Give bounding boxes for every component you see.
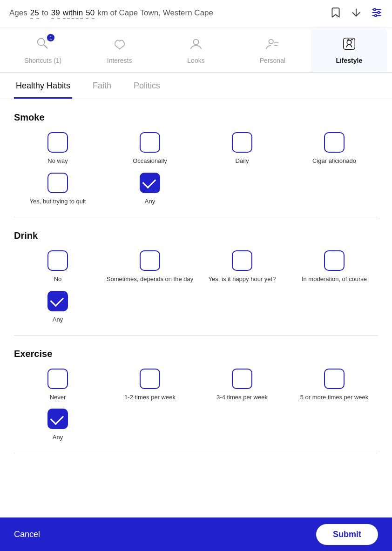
drink-option-moderation[interactable]: In moderation, of course	[291, 250, 378, 283]
smoke-label-no-way: No way	[47, 157, 68, 165]
tab-looks[interactable]: Looks	[158, 27, 234, 72]
lifestyle-icon-wrapper	[341, 36, 357, 53]
svg-point-6	[375, 14, 377, 16]
smoke-label-any: Any	[145, 198, 155, 206]
exercise-checkbox-1-2[interactable]	[140, 369, 160, 389]
content-area: Smoke No way Occasionally Daily Cigar af…	[0, 99, 392, 500]
bottom-bar: Cancel Submit	[0, 517, 392, 551]
smoke-label-cigar: Cigar aficionado	[312, 157, 356, 165]
smoke-label-daily: Daily	[236, 157, 249, 165]
to-label: to	[42, 8, 48, 18]
exercise-label-5-more: 5 or more times per week	[300, 394, 369, 402]
exercise-label-3-4: 3-4 times per week	[216, 394, 268, 402]
lifestyle-tab-label: Lifestyle	[336, 57, 362, 64]
exercise-label-never: Never	[50, 394, 66, 402]
smoke-checkbox-trying-quit[interactable]	[47, 173, 68, 193]
to-value[interactable]: 39	[51, 8, 60, 19]
exercise-checkbox-5-more[interactable]	[324, 369, 345, 389]
drink-checkbox-moderation[interactable]	[324, 250, 345, 271]
smoke-option-no-way[interactable]: No way	[14, 132, 101, 165]
bookmark-icon[interactable]	[330, 7, 342, 20]
smoke-title: Smoke	[14, 112, 378, 123]
interests-tab-label: Interests	[107, 57, 132, 64]
tab-shortcuts[interactable]: 1 Shortcuts (1)	[5, 27, 81, 72]
shortcuts-icon-wrapper: 1	[35, 36, 51, 53]
drink-label-happy-hour: Yes, is it happy hour yet?	[209, 276, 276, 283]
smoke-option-any[interactable]: Any	[106, 173, 194, 206]
smoke-checkbox-no-way[interactable]	[47, 132, 68, 153]
filter-summary: Ages 25 to 39 within 50 km of Cape Town,…	[9, 8, 213, 19]
exercise-label-any: Any	[53, 434, 63, 442]
smoke-checkbox-any[interactable]	[140, 173, 160, 193]
svg-point-5	[378, 12, 379, 13]
shortcuts-badge: 1	[47, 34, 54, 41]
cancel-button[interactable]: Cancel	[14, 530, 40, 539]
sub-tab-politics[interactable]: Politics	[132, 73, 162, 99]
exercise-options: Never 1-2 times per week 3-4 times per w…	[14, 369, 378, 442]
exercise-option-1-2[interactable]: 1-2 times per week	[106, 369, 194, 402]
personal-tab-label: Personal	[260, 57, 285, 64]
exercise-option-any[interactable]: Any	[14, 409, 101, 442]
svg-point-10	[269, 40, 273, 44]
ages-value[interactable]: 25	[30, 8, 39, 19]
svg-line-8	[44, 45, 47, 48]
drink-option-happy-hour[interactable]: Yes, is it happy hour yet?	[198, 250, 286, 283]
shortcuts-tab-label: Shortcuts (1)	[24, 57, 61, 64]
top-bar: Ages 25 to 39 within 50 km of Cape Town,…	[0, 0, 392, 27]
sub-tabs: Healthy Habits Faith Politics	[0, 73, 392, 99]
drink-options: No Sometimes, depends on the day Yes, is…	[14, 250, 378, 324]
header-icons	[330, 7, 383, 20]
exercise-option-never[interactable]: Never	[14, 369, 101, 402]
drink-label-no: No	[54, 276, 62, 283]
looks-icon-wrapper	[188, 36, 204, 53]
exercise-label-1-2: 1-2 times per week	[124, 394, 176, 402]
drink-label-sometimes: Sometimes, depends on the day	[107, 276, 193, 283]
within-value[interactable]: within	[63, 8, 83, 19]
svg-point-9	[193, 40, 198, 45]
drink-label-moderation: In moderation, of course	[302, 276, 367, 283]
exercise-section: Exercise Never 1-2 times per week 3-4 ti…	[14, 336, 378, 454]
svg-point-4	[374, 8, 376, 10]
drink-checkbox-any[interactable]	[47, 291, 68, 311]
interests-icon-wrapper	[112, 36, 128, 53]
sub-tab-faith[interactable]: Faith	[91, 73, 113, 99]
smoke-label-trying-quit: Yes, but trying to quit	[30, 198, 86, 206]
smoke-checkbox-occasionally[interactable]	[140, 132, 160, 153]
smoke-option-daily[interactable]: Daily	[198, 132, 286, 165]
looks-tab-label: Looks	[187, 57, 204, 64]
drink-title: Drink	[14, 230, 378, 241]
tab-lifestyle[interactable]: Lifestyle	[311, 27, 387, 72]
drink-checkbox-no[interactable]	[47, 250, 68, 271]
smoke-checkbox-daily[interactable]	[232, 132, 252, 153]
sub-tab-healthy-habits[interactable]: Healthy Habits	[14, 73, 72, 99]
tab-interests[interactable]: Interests	[81, 27, 157, 72]
nav-tabs: 1 Shortcuts (1) Interests Looks	[0, 27, 392, 73]
submit-button[interactable]: Submit	[316, 524, 378, 545]
within-km-value[interactable]: 50	[86, 8, 95, 19]
smoke-section: Smoke No way Occasionally Daily Cigar af…	[14, 99, 378, 217]
exercise-option-3-4[interactable]: 3-4 times per week	[198, 369, 286, 402]
ages-label: Ages	[9, 8, 27, 18]
smoke-checkbox-cigar[interactable]	[324, 132, 345, 153]
exercise-checkbox-never[interactable]	[47, 369, 68, 389]
smoke-label-occasionally: Occasionally	[133, 157, 167, 165]
smoke-option-occasionally[interactable]: Occasionally	[106, 132, 194, 165]
smoke-option-cigar[interactable]: Cigar aficionado	[291, 132, 378, 165]
drink-label-any: Any	[53, 316, 63, 324]
drink-option-any[interactable]: Any	[14, 291, 101, 324]
filter-icon[interactable]	[371, 7, 383, 20]
drink-section: Drink No Sometimes, depends on the day Y…	[14, 217, 378, 336]
drink-option-sometimes[interactable]: Sometimes, depends on the day	[106, 250, 194, 283]
exercise-title: Exercise	[14, 349, 378, 359]
smoke-option-trying-quit[interactable]: Yes, but trying to quit	[14, 173, 101, 206]
exercise-option-5-more[interactable]: 5 or more times per week	[291, 369, 378, 402]
tab-personal[interactable]: Personal	[234, 27, 311, 72]
km-label: km of Cape Town, Western Cape	[97, 8, 213, 18]
smoke-options: No way Occasionally Daily Cigar aficiona…	[14, 132, 378, 206]
sort-icon[interactable]	[350, 7, 362, 20]
exercise-checkbox-any[interactable]	[47, 409, 68, 429]
drink-option-no[interactable]: No	[14, 250, 101, 283]
exercise-checkbox-3-4[interactable]	[232, 369, 252, 389]
drink-checkbox-happy-hour[interactable]	[232, 250, 252, 271]
drink-checkbox-sometimes[interactable]	[140, 250, 160, 271]
